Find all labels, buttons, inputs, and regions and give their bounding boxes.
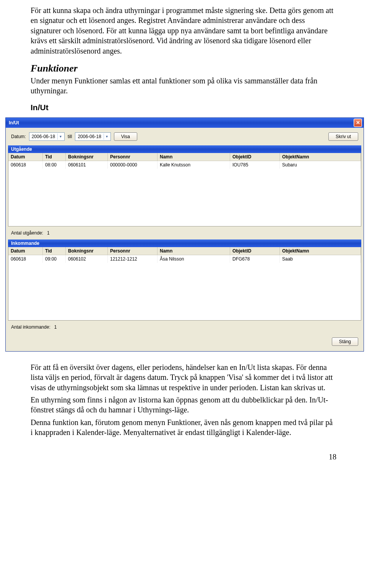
dialog-toolbar: Datum: 2006-06-18 ▾ till 2006-06-18 ▾ Vi… [6, 128, 364, 145]
col-tid[interactable]: Tid [43, 153, 66, 161]
col-namn[interactable]: Namn [158, 153, 230, 161]
dialog-title: In/Ut [9, 120, 19, 125]
cell: IOU785 [230, 161, 280, 169]
chevron-down-icon[interactable]: ▾ [104, 134, 110, 140]
cell: 121212-1212 [108, 255, 158, 263]
outgoing-count: Antal utgående: 1 [6, 226, 364, 239]
cell: 0606101 [66, 161, 108, 169]
funktioner-paragraph: Under menyn Funktioner samlas ett antal … [31, 76, 336, 96]
col-objektnamn[interactable]: ObjektNamn [280, 247, 361, 255]
cell: Subaru [280, 161, 361, 169]
table-row[interactable]: 060618 08:00 0606101 000000-0000 Kalle K… [8, 161, 361, 169]
col-namn[interactable]: Namn [158, 247, 230, 255]
col-objektid[interactable]: ObjektID [230, 153, 280, 161]
outgoing-body[interactable]: 060618 08:00 0606101 000000-0000 Kalle K… [8, 161, 361, 226]
intro-paragraph: För att kunna skapa och ändra uthyrninga… [31, 5, 336, 56]
date-from-input[interactable]: 2006-06-18 ▾ [29, 132, 65, 141]
stang-button[interactable]: Stäng [332, 337, 358, 346]
cell: 060618 [8, 161, 43, 169]
incoming-header: Inkommande [8, 239, 361, 247]
col-personnr[interactable]: Personnr [108, 153, 158, 161]
col-bokning[interactable]: Bokningsnr [66, 153, 108, 161]
col-objektnamn[interactable]: ObjektNamn [280, 153, 361, 161]
col-objektid[interactable]: ObjektID [230, 247, 280, 255]
outgoing-columns: Datum Tid Bokningsnr Personnr Namn Objek… [8, 153, 361, 161]
after-p1: För att få en översikt över dagens, elle… [31, 362, 336, 393]
label-datum: Datum: [11, 134, 26, 139]
cell: 09:00 [43, 255, 66, 263]
cell: Saab [280, 255, 361, 263]
col-datum[interactable]: Datum [8, 247, 43, 255]
incoming-count-label: Antal inkommande: [11, 324, 50, 330]
dialog-titlebar[interactable]: In/Ut ✕ [6, 118, 364, 128]
label-till: till [68, 134, 72, 139]
date-to-input[interactable]: 2006-06-18 ▾ [75, 132, 110, 141]
incoming-grid: Datum Tid Bokningsnr Personnr Namn Objek… [8, 247, 361, 321]
inut-dialog: In/Ut ✕ Datum: 2006-06-18 ▾ till 2006-06… [5, 117, 364, 352]
col-bokning[interactable]: Bokningsnr [66, 247, 108, 255]
cell: Åsa Nilsson [158, 255, 230, 263]
incoming-columns: Datum Tid Bokningsnr Personnr Namn Objek… [8, 247, 361, 255]
cell: DFG678 [230, 255, 280, 263]
outgoing-grid: Datum Tid Bokningsnr Personnr Namn Objek… [8, 153, 361, 226]
cell: 0606102 [66, 255, 108, 263]
outgoing-count-label: Antal utgående: [11, 230, 43, 236]
close-icon[interactable]: ✕ [354, 119, 362, 127]
incoming-count: Antal inkommande: 1 [6, 321, 364, 334]
funktioner-heading: Funktioner [31, 63, 336, 74]
outgoing-count-value: 1 [47, 230, 50, 236]
dialog-footer: Stäng [6, 334, 364, 351]
after-p3: Denna funktion kan, förutom genom menyn … [31, 417, 336, 438]
chevron-down-icon[interactable]: ▾ [57, 134, 63, 140]
date-from-value: 2006-06-18 [32, 134, 55, 139]
col-datum[interactable]: Datum [8, 153, 43, 161]
visa-button[interactable]: Visa [114, 132, 137, 141]
col-tid[interactable]: Tid [43, 247, 66, 255]
col-personnr[interactable]: Personnr [108, 247, 158, 255]
cell: 08:00 [43, 161, 66, 169]
after-p2: En uthyrning som finns i någon av listor… [31, 395, 336, 415]
page-number: 18 [31, 453, 336, 461]
cell: 000000-0000 [108, 161, 158, 169]
table-row[interactable]: 060618 09:00 0606102 121212-1212 Åsa Nil… [8, 255, 361, 263]
skrivut-button[interactable]: Skriv ut [328, 132, 358, 141]
incoming-body[interactable]: 060618 09:00 0606102 121212-1212 Åsa Nil… [8, 255, 361, 320]
incoming-count-value: 1 [54, 324, 57, 330]
outgoing-header: Utgående [8, 145, 361, 153]
cell: 060618 [8, 255, 43, 263]
cell: Kalle Knutsson [158, 161, 230, 169]
inut-heading: In/Ut [31, 103, 336, 112]
date-to-value: 2006-06-18 [78, 134, 101, 139]
